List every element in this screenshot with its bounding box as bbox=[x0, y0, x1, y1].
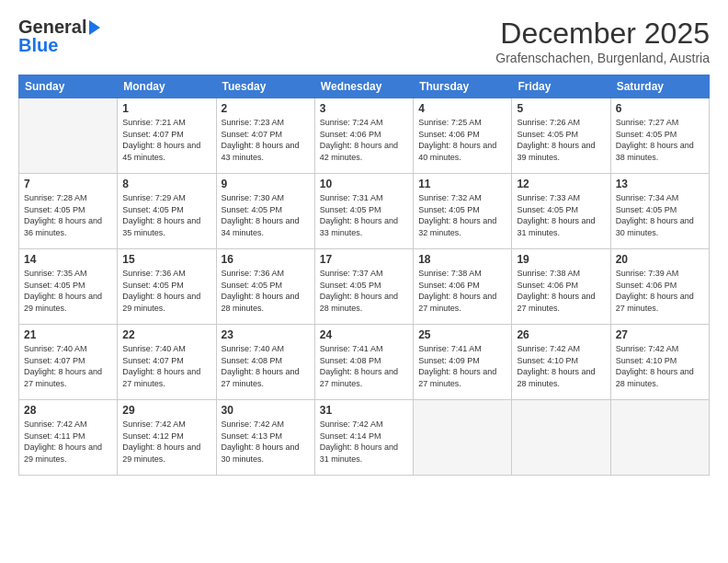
calendar-cell: 19Sunrise: 7:38 AMSunset: 4:06 PMDayligh… bbox=[512, 249, 610, 325]
day-info: Sunrise: 7:36 AMSunset: 4:05 PMDaylight:… bbox=[122, 268, 210, 314]
page: General Blue December 2025 Grafenschache… bbox=[0, 0, 728, 563]
calendar-cell: 20Sunrise: 7:39 AMSunset: 4:06 PMDayligh… bbox=[610, 249, 709, 325]
day-number: 27 bbox=[616, 328, 704, 341]
day-info: Sunrise: 7:24 AMSunset: 4:06 PMDaylight:… bbox=[320, 117, 408, 163]
calendar-cell bbox=[414, 400, 512, 476]
day-number: 23 bbox=[222, 328, 310, 341]
calendar-cell: 21Sunrise: 7:40 AMSunset: 4:07 PMDayligh… bbox=[19, 325, 118, 400]
day-info: Sunrise: 7:30 AMSunset: 4:05 PMDaylight:… bbox=[222, 192, 310, 238]
day-number: 9 bbox=[222, 178, 310, 190]
day-info: Sunrise: 7:26 AMSunset: 4:05 PMDaylight:… bbox=[517, 117, 605, 163]
day-number: 12 bbox=[517, 178, 605, 190]
day-info: Sunrise: 7:25 AMSunset: 4:06 PMDaylight:… bbox=[418, 117, 506, 163]
day-info: Sunrise: 7:39 AMSunset: 4:06 PMDaylight:… bbox=[616, 268, 704, 314]
calendar-cell: 10Sunrise: 7:31 AMSunset: 4:05 PMDayligh… bbox=[314, 174, 413, 249]
calendar-cell: 7Sunrise: 7:28 AMSunset: 4:05 PMDaylight… bbox=[19, 174, 118, 249]
day-number: 4 bbox=[418, 102, 506, 115]
day-number: 1 bbox=[122, 102, 210, 115]
day-info: Sunrise: 7:42 AMSunset: 4:14 PMDaylight:… bbox=[320, 419, 408, 465]
day-info: Sunrise: 7:41 AMSunset: 4:08 PMDaylight:… bbox=[320, 343, 408, 389]
day-number: 18 bbox=[418, 253, 506, 266]
day-number: 22 bbox=[122, 328, 210, 341]
header: General Blue December 2025 Grafenschache… bbox=[18, 17, 710, 65]
day-number: 15 bbox=[122, 253, 210, 266]
day-number: 21 bbox=[24, 328, 112, 341]
day-number: 6 bbox=[616, 102, 704, 115]
calendar-cell: 4Sunrise: 7:25 AMSunset: 4:06 PMDaylight… bbox=[414, 98, 512, 174]
day-number: 28 bbox=[24, 404, 112, 417]
calendar-cell: 14Sunrise: 7:35 AMSunset: 4:05 PMDayligh… bbox=[19, 249, 118, 325]
day-info: Sunrise: 7:29 AMSunset: 4:05 PMDaylight:… bbox=[122, 192, 210, 238]
calendar-cell: 5Sunrise: 7:26 AMSunset: 4:05 PMDaylight… bbox=[512, 98, 610, 174]
day-info: Sunrise: 7:42 AMSunset: 4:12 PMDaylight:… bbox=[122, 419, 210, 465]
day-number: 11 bbox=[418, 178, 506, 190]
day-number: 16 bbox=[222, 253, 310, 266]
calendar: SundayMondayTuesdayWednesdayThursdayFrid… bbox=[18, 75, 710, 476]
day-info: Sunrise: 7:42 AMSunset: 4:10 PMDaylight:… bbox=[616, 343, 704, 389]
calendar-cell: 12Sunrise: 7:33 AMSunset: 4:05 PMDayligh… bbox=[512, 174, 610, 249]
calendar-cell: 9Sunrise: 7:30 AMSunset: 4:05 PMDaylight… bbox=[216, 174, 314, 249]
calendar-cell: 6Sunrise: 7:27 AMSunset: 4:05 PMDaylight… bbox=[610, 98, 709, 174]
day-number: 7 bbox=[24, 178, 112, 190]
day-number: 20 bbox=[616, 253, 704, 266]
day-number: 29 bbox=[122, 404, 210, 417]
day-number: 30 bbox=[222, 404, 310, 417]
calendar-cell: 25Sunrise: 7:41 AMSunset: 4:09 PMDayligh… bbox=[414, 325, 512, 400]
weekday-header: Wednesday bbox=[314, 75, 413, 98]
day-number: 26 bbox=[517, 328, 605, 341]
weekday-header: Thursday bbox=[414, 75, 512, 98]
day-info: Sunrise: 7:40 AMSunset: 4:07 PMDaylight:… bbox=[24, 343, 112, 389]
calendar-cell: 13Sunrise: 7:34 AMSunset: 4:05 PMDayligh… bbox=[610, 174, 709, 249]
calendar-cell: 23Sunrise: 7:40 AMSunset: 4:08 PMDayligh… bbox=[216, 325, 314, 400]
weekday-header: Sunday bbox=[19, 75, 118, 98]
weekday-header: Saturday bbox=[610, 75, 709, 98]
day-info: Sunrise: 7:28 AMSunset: 4:05 PMDaylight:… bbox=[24, 192, 112, 238]
logo-blue: Blue bbox=[18, 35, 58, 56]
calendar-cell: 1Sunrise: 7:21 AMSunset: 4:07 PMDaylight… bbox=[118, 98, 216, 174]
calendar-cell: 22Sunrise: 7:40 AMSunset: 4:07 PMDayligh… bbox=[118, 325, 216, 400]
location: Grafenschachen, Burgenland, Austria bbox=[495, 51, 710, 65]
day-info: Sunrise: 7:42 AMSunset: 4:10 PMDaylight:… bbox=[517, 343, 605, 389]
calendar-cell: 26Sunrise: 7:42 AMSunset: 4:10 PMDayligh… bbox=[512, 325, 610, 400]
day-number: 24 bbox=[320, 328, 408, 341]
day-info: Sunrise: 7:35 AMSunset: 4:05 PMDaylight:… bbox=[24, 268, 112, 314]
calendar-cell: 18Sunrise: 7:38 AMSunset: 4:06 PMDayligh… bbox=[414, 249, 512, 325]
calendar-cell: 11Sunrise: 7:32 AMSunset: 4:05 PMDayligh… bbox=[414, 174, 512, 249]
day-info: Sunrise: 7:41 AMSunset: 4:09 PMDaylight:… bbox=[418, 343, 506, 389]
calendar-cell: 16Sunrise: 7:36 AMSunset: 4:05 PMDayligh… bbox=[216, 249, 314, 325]
day-info: Sunrise: 7:36 AMSunset: 4:05 PMDaylight:… bbox=[222, 268, 310, 314]
day-info: Sunrise: 7:33 AMSunset: 4:05 PMDaylight:… bbox=[517, 192, 605, 238]
day-info: Sunrise: 7:23 AMSunset: 4:07 PMDaylight:… bbox=[222, 117, 310, 163]
calendar-cell bbox=[19, 98, 118, 174]
day-info: Sunrise: 7:32 AMSunset: 4:05 PMDaylight:… bbox=[418, 192, 506, 238]
calendar-cell bbox=[610, 400, 709, 476]
weekday-header: Monday bbox=[118, 75, 216, 98]
day-info: Sunrise: 7:40 AMSunset: 4:07 PMDaylight:… bbox=[122, 343, 210, 389]
logo-arrow-icon bbox=[89, 20, 100, 35]
day-info: Sunrise: 7:42 AMSunset: 4:13 PMDaylight:… bbox=[222, 419, 310, 465]
calendar-cell: 17Sunrise: 7:37 AMSunset: 4:05 PMDayligh… bbox=[314, 249, 413, 325]
calendar-cell: 28Sunrise: 7:42 AMSunset: 4:11 PMDayligh… bbox=[19, 400, 118, 476]
day-number: 5 bbox=[517, 102, 605, 115]
calendar-cell: 24Sunrise: 7:41 AMSunset: 4:08 PMDayligh… bbox=[314, 325, 413, 400]
day-info: Sunrise: 7:21 AMSunset: 4:07 PMDaylight:… bbox=[122, 117, 210, 163]
day-info: Sunrise: 7:34 AMSunset: 4:05 PMDaylight:… bbox=[616, 192, 704, 238]
weekday-header: Friday bbox=[512, 75, 610, 98]
day-number: 31 bbox=[320, 404, 408, 417]
day-info: Sunrise: 7:38 AMSunset: 4:06 PMDaylight:… bbox=[418, 268, 506, 314]
calendar-cell: 27Sunrise: 7:42 AMSunset: 4:10 PMDayligh… bbox=[610, 325, 709, 400]
calendar-cell: 3Sunrise: 7:24 AMSunset: 4:06 PMDaylight… bbox=[314, 98, 413, 174]
logo: General Blue bbox=[18, 17, 100, 56]
weekday-header: Tuesday bbox=[216, 75, 314, 98]
month-title: December 2025 bbox=[495, 17, 710, 51]
day-info: Sunrise: 7:27 AMSunset: 4:05 PMDaylight:… bbox=[616, 117, 704, 163]
day-number: 3 bbox=[320, 102, 408, 115]
day-number: 10 bbox=[320, 178, 408, 190]
day-info: Sunrise: 7:42 AMSunset: 4:11 PMDaylight:… bbox=[24, 419, 112, 465]
day-number: 14 bbox=[24, 253, 112, 266]
calendar-cell: 29Sunrise: 7:42 AMSunset: 4:12 PMDayligh… bbox=[118, 400, 216, 476]
calendar-cell: 2Sunrise: 7:23 AMSunset: 4:07 PMDaylight… bbox=[216, 98, 314, 174]
day-info: Sunrise: 7:40 AMSunset: 4:08 PMDaylight:… bbox=[222, 343, 310, 389]
day-number: 2 bbox=[222, 102, 310, 115]
day-number: 25 bbox=[418, 328, 506, 341]
